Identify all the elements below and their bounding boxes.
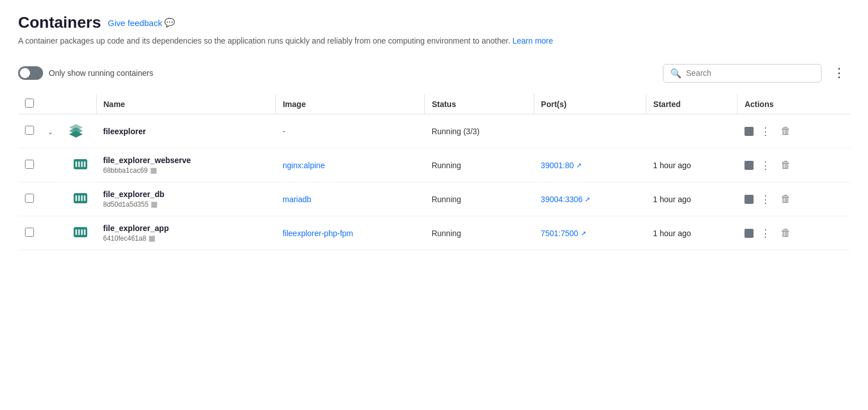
container-icon — [71, 223, 90, 241]
row-image-cell: - — [276, 114, 425, 148]
row-actions-cell: ⋮ 🗑 — [738, 148, 850, 182]
image-link[interactable]: mariadb — [283, 195, 418, 204]
page-title: Containers — [18, 14, 101, 32]
external-link-icon: ➚ — [576, 161, 582, 169]
row-more-button[interactable]: ⋮ — [758, 192, 773, 207]
row-more-button[interactable]: ⋮ — [758, 158, 773, 173]
row-started-cell: 1 hour ago — [646, 148, 738, 182]
container-id: 68bbba1cac69 — [103, 166, 148, 174]
th-image: Image — [276, 94, 425, 114]
container-icon — [71, 155, 90, 173]
th-ports: Port(s) — [534, 94, 646, 114]
container-icon — [71, 189, 90, 207]
svg-rect-14 — [75, 229, 77, 235]
container-name: file_explorer_db — [103, 190, 269, 199]
svg-rect-12 — [84, 195, 86, 201]
give-feedback-label: Give feedback — [108, 18, 162, 28]
feedback-icon: 💬 — [164, 18, 175, 28]
row-checkbox-cell — [18, 182, 41, 216]
search-input[interactable] — [686, 69, 814, 78]
image-link[interactable]: nginx:alpine — [283, 161, 418, 170]
row-ports-cell: 39001:80 ➚ — [534, 148, 646, 182]
row-expand-cell — [41, 216, 60, 250]
container-name: file_explorer_app — [103, 224, 269, 233]
row-name-cell: file_explorer_db 8d50d1a5d355 ▦ — [96, 182, 276, 216]
delete-button[interactable]: 🗑 — [777, 158, 794, 172]
row-ports-cell: 7501:7500 ➚ — [534, 216, 646, 250]
row-checkbox[interactable] — [25, 160, 34, 169]
port-link[interactable]: 39004:3306 ➚ — [541, 195, 639, 204]
table-row: file_explorer_webserve 68bbba1cac69 ▦ ng… — [18, 148, 850, 182]
port-link[interactable]: 7501:7500 ➚ — [541, 229, 639, 238]
row-more-button[interactable]: ⋮ — [758, 226, 773, 241]
subtitle: A container packages up code and its dep… — [18, 36, 850, 45]
row-status-cell: Running — [425, 216, 534, 250]
delete-button[interactable]: 🗑 — [777, 124, 794, 138]
copy-id-icon[interactable]: ▦ — [150, 166, 157, 174]
stop-button[interactable] — [744, 161, 754, 170]
row-started-cell: 1 hour ago — [646, 216, 738, 250]
external-link-icon: ➚ — [581, 229, 586, 237]
row-checkbox[interactable] — [25, 194, 34, 203]
row-image-cell: nginx:alpine — [276, 148, 425, 182]
row-expand-cell: ⌄ — [41, 114, 60, 148]
row-checkbox[interactable] — [25, 126, 34, 135]
external-link-icon: ➚ — [585, 195, 590, 203]
image-link[interactable]: fileexplorer-php-fpm — [283, 229, 418, 238]
row-icon-cell — [60, 148, 96, 182]
row-checkbox-cell — [18, 148, 41, 182]
row-checkbox-cell — [18, 216, 41, 250]
status-badge: Running — [432, 229, 461, 238]
row-actions-cell: ⋮ 🗑 — [738, 114, 850, 148]
row-image-cell: mariadb — [276, 182, 425, 216]
delete-button[interactable]: 🗑 — [777, 192, 794, 206]
running-containers-toggle[interactable] — [18, 66, 43, 80]
row-expand-cell — [41, 182, 60, 216]
th-checkbox — [18, 94, 41, 114]
container-name: file_explorer_webserve — [103, 156, 269, 165]
row-ports-cell — [534, 114, 646, 148]
row-image-cell: fileexplorer-php-fpm — [276, 216, 425, 250]
svg-rect-16 — [81, 229, 83, 235]
stop-button[interactable] — [744, 127, 754, 136]
stop-button[interactable] — [744, 195, 754, 204]
port-link[interactable]: 39001:80 ➚ — [541, 161, 639, 170]
container-name: fileexplorer — [103, 127, 146, 136]
th-icon — [60, 94, 96, 114]
search-area: 🔍 ⋮ — [663, 63, 850, 83]
svg-rect-15 — [78, 229, 80, 235]
svg-rect-5 — [78, 161, 80, 167]
status-badge: Running — [432, 161, 461, 170]
copy-id-icon[interactable]: ▦ — [148, 234, 155, 242]
row-actions-cell: ⋮ 🗑 — [738, 216, 850, 250]
select-all-checkbox[interactable] — [25, 99, 34, 108]
stop-button[interactable] — [744, 229, 754, 238]
svg-rect-9 — [75, 195, 77, 201]
toolbar: Only show running containers 🔍 ⋮ — [18, 63, 850, 83]
svg-rect-6 — [81, 161, 83, 167]
row-icon-cell — [60, 182, 96, 216]
th-expand — [41, 94, 60, 114]
row-checkbox[interactable] — [25, 228, 34, 237]
table-row: file_explorer_app 6410fec461a8 ▦ fileexp… — [18, 216, 850, 250]
search-box: 🔍 — [663, 64, 822, 83]
more-options-button[interactable]: ⋮ — [828, 63, 850, 83]
row-status-cell: Running (3/3) — [425, 114, 534, 148]
give-feedback-link[interactable]: Give feedback 💬 — [108, 18, 175, 28]
delete-button[interactable]: 🗑 — [777, 226, 794, 240]
expand-chevron-icon[interactable]: ⌄ — [48, 128, 53, 136]
row-ports-cell: 39004:3306 ➚ — [534, 182, 646, 216]
row-started-cell — [646, 114, 738, 148]
row-status-cell: Running — [425, 148, 534, 182]
copy-id-icon[interactable]: ▦ — [151, 200, 158, 208]
status-badge: Running (3/3) — [432, 127, 480, 136]
table-row: file_explorer_db 8d50d1a5d355 ▦ mariadb … — [18, 182, 850, 216]
learn-more-link[interactable]: Learn more — [512, 36, 553, 45]
th-actions: Actions — [738, 94, 850, 114]
table-row: ⌄ fileexplorer - Running ( — [18, 114, 850, 148]
svg-rect-17 — [84, 229, 86, 235]
row-more-button[interactable]: ⋮ — [758, 124, 773, 139]
row-status-cell: Running — [425, 182, 534, 216]
th-name: Name — [96, 94, 276, 114]
container-id: 6410fec461a8 — [103, 234, 146, 242]
